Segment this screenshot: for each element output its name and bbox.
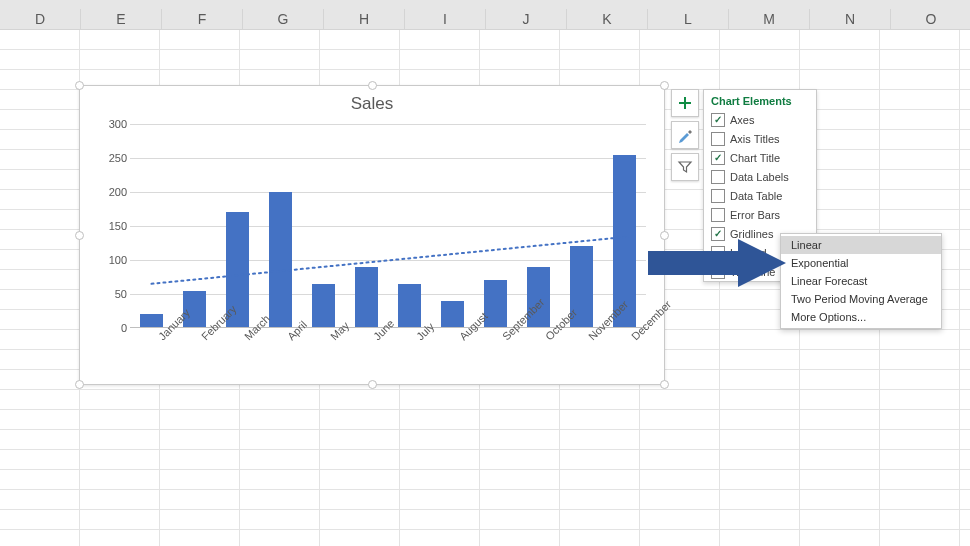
chart-elements-item-label: Axis Titles [730, 133, 813, 145]
column-header[interactable]: K [567, 9, 648, 29]
chart-filters-button[interactable] [671, 153, 699, 181]
trendline-option[interactable]: Linear [781, 236, 941, 254]
trendline-submenu[interactable]: LinearExponentialLinear ForecastTwo Peri… [780, 233, 942, 329]
resize-handle[interactable] [75, 380, 84, 389]
chart-elements-item[interactable]: Error Bars [704, 205, 816, 224]
checkbox[interactable] [711, 189, 725, 203]
resize-handle[interactable] [660, 231, 669, 240]
resize-handle[interactable] [368, 81, 377, 90]
column-header[interactable]: J [486, 9, 567, 29]
y-tick-label: 300 [94, 118, 127, 130]
checkbox[interactable] [711, 227, 725, 241]
chart-title[interactable]: Sales [80, 86, 664, 120]
bar[interactable] [312, 284, 336, 328]
resize-handle[interactable] [75, 231, 84, 240]
resize-handle[interactable] [660, 81, 669, 90]
chart-styles-button[interactable] [671, 121, 699, 149]
column-header[interactable]: N [810, 9, 891, 29]
chart-elements-item[interactable]: Chart Title [704, 148, 816, 167]
trendline-option[interactable]: Linear Forecast [781, 272, 941, 290]
bar[interactable] [398, 284, 422, 328]
chart-elements-item-label: Data Table [730, 190, 813, 202]
y-tick-label: 50 [94, 288, 127, 300]
chart-elements-item-label: Data Labels [730, 171, 813, 183]
chart-elements-item[interactable]: Data Labels [704, 167, 816, 186]
y-axis: 050100150200250300 [94, 124, 127, 328]
column-header[interactable]: H [324, 9, 405, 29]
column-header[interactable]: E [81, 9, 162, 29]
chart-elements-item-label: Error Bars [730, 209, 813, 221]
column-header[interactable]: F [162, 9, 243, 29]
resize-handle[interactable] [660, 380, 669, 389]
column-header[interactable]: O [891, 9, 970, 29]
spreadsheet-grid[interactable]: DEFGHIJKLMNO Sales 050100150200250300 Ja… [0, 9, 970, 546]
checkbox[interactable] [711, 208, 725, 222]
column-header[interactable]: M [729, 9, 810, 29]
bar[interactable] [355, 267, 379, 328]
checkbox[interactable] [711, 265, 725, 279]
chart-object[interactable]: Sales 050100150200250300 JanuaryFebruary… [79, 85, 665, 385]
column-headers-row: DEFGHIJKLMNO [0, 9, 970, 30]
y-tick-label: 0 [94, 322, 127, 334]
y-tick-label: 200 [94, 186, 127, 198]
bar[interactable] [269, 192, 293, 328]
y-tick-label: 100 [94, 254, 127, 266]
trendline-option[interactable]: Exponential [781, 254, 941, 272]
brush-icon [677, 127, 693, 143]
column-header[interactable]: L [648, 9, 729, 29]
checkbox[interactable] [711, 113, 725, 127]
column-header[interactable]: G [243, 9, 324, 29]
plus-icon [677, 95, 693, 111]
chart-elements-item[interactable]: Axis Titles [704, 129, 816, 148]
bar[interactable] [140, 314, 164, 328]
chart-elements-item[interactable]: Axes [704, 110, 816, 129]
y-tick-label: 150 [94, 220, 127, 232]
chart-elements-title: Chart Elements [704, 90, 816, 110]
chart-elements-item-label: Chart Title [730, 152, 813, 164]
checkbox[interactable] [711, 132, 725, 146]
checkbox[interactable] [711, 170, 725, 184]
plot-area[interactable]: 050100150200250300 [130, 124, 646, 328]
trendline-option[interactable]: More Options... [781, 308, 941, 326]
checkbox[interactable] [711, 246, 725, 260]
chart-elements-button[interactable] [671, 89, 699, 117]
bar-series[interactable] [130, 124, 646, 328]
resize-handle[interactable] [75, 81, 84, 90]
bar[interactable] [441, 301, 465, 328]
chart-elements-item[interactable]: Data Table [704, 186, 816, 205]
chart-elements-item-label: Axes [730, 114, 813, 126]
checkbox[interactable] [711, 151, 725, 165]
funnel-icon [677, 159, 693, 175]
x-axis-labels: JanuaryFebruaryMarchAprilMayJuneJulyAugu… [130, 328, 646, 384]
chart-side-buttons [671, 89, 697, 181]
y-tick-label: 250 [94, 152, 127, 164]
trendline-option[interactable]: Two Period Moving Average [781, 290, 941, 308]
column-header[interactable]: D [0, 9, 81, 29]
column-header[interactable]: I [405, 9, 486, 29]
